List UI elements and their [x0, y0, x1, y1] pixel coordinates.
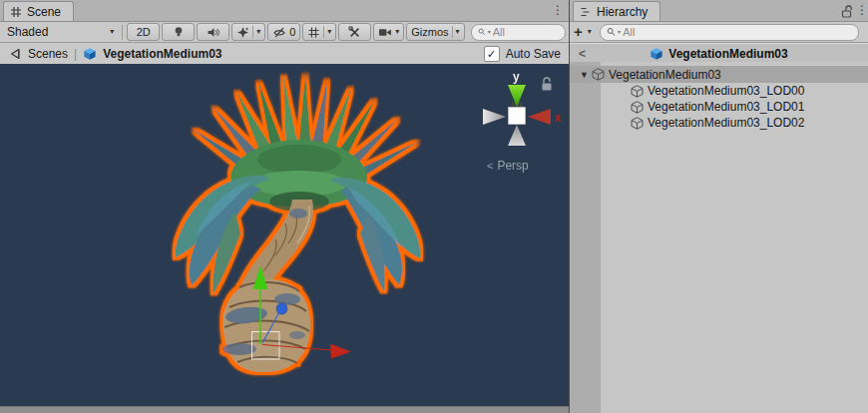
persp-marker-icon: < — [487, 160, 493, 172]
hierarchy-list-icon — [580, 6, 592, 18]
button-divider — [323, 26, 324, 38]
tree-row-lod1[interactable]: VegetationMedium03_LOD01 — [570, 99, 868, 115]
tree-row-root[interactable]: ▼ VegetationMedium03 — [570, 66, 868, 83]
auto-save-label: Auto Save — [506, 47, 561, 61]
scene-toolbar: Shaded ▾ 2D — [0, 22, 569, 43]
gameobject-cube-icon — [631, 101, 644, 114]
scene-visibility-toggle[interactable]: 0 — [267, 23, 300, 41]
hierarchy-search-input[interactable] — [623, 26, 852, 38]
breadcrumb-scenes-label[interactable]: Scenes — [28, 47, 68, 61]
tree-item-label: VegetationMedium03_LOD00 — [648, 84, 804, 98]
axis-x-label: x — [555, 111, 562, 125]
gameobject-cube-icon — [631, 117, 644, 130]
axis-x-cone[interactable] — [528, 109, 551, 125]
draw-mode-label: Shaded — [7, 25, 110, 39]
gizmos-dropdown[interactable]: Gizmos ▾ — [406, 23, 464, 41]
move-x-arrow[interactable] — [330, 344, 351, 359]
axis-gray-bottom-cone[interactable] — [508, 125, 526, 146]
breadcrumb-divider: | — [74, 47, 77, 61]
chevron-down-icon: ▾ — [327, 28, 331, 36]
chevron-down-icon: ▾ — [456, 28, 460, 36]
chevron-down-icon: ▾ — [256, 28, 260, 36]
projection-toggle[interactable]: < Persp — [487, 159, 529, 173]
gameobject-cube-icon — [631, 85, 644, 98]
tree-root-label: VegetationMedium03 — [609, 68, 721, 82]
scene-search-input[interactable] — [493, 26, 559, 38]
search-filter-caret-icon: ▾ — [488, 29, 491, 35]
speaker-icon — [207, 26, 219, 39]
search-icon — [478, 27, 486, 37]
gizmo-lock-icon[interactable] — [543, 78, 552, 91]
camera-settings-dropdown[interactable]: ▾ — [373, 23, 404, 41]
gameobject-cube-icon — [592, 68, 605, 81]
toolbar-separator — [122, 25, 123, 40]
scene-lighting-toggle[interactable] — [162, 23, 195, 41]
window-bottom-edge — [0, 406, 569, 413]
hierarchy-panel-menu-icon[interactable]: ⋮ — [856, 3, 868, 18]
tree-item-label: VegetationMedium03_LOD01 — [648, 100, 804, 114]
prefab-cube-icon — [83, 47, 97, 61]
prefab-header-title: VegetationMedium03 — [650, 47, 787, 61]
button-divider — [252, 26, 253, 38]
scene-panel-menu-icon[interactable]: ⋮ — [552, 3, 564, 18]
selected-tree-model[interactable] — [176, 74, 420, 372]
tab-hierarchy[interactable]: Hierarchy — [573, 1, 660, 21]
scene-orientation-gizmo[interactable]: y x — [483, 70, 562, 146]
tree-row-lod2[interactable]: VegetationMedium03_LOD02 — [570, 115, 868, 131]
lightbulb-icon — [173, 26, 185, 38]
create-object-caret-icon[interactable]: ▾ — [588, 28, 592, 36]
scene-breadcrumb-bar: Scenes | VegetationMedium03 ✓ Auto Save — [0, 43, 569, 65]
tab-hierarchy-label: Hierarchy — [597, 5, 648, 19]
axis-y-cone[interactable] — [508, 85, 526, 107]
grid-icon — [307, 26, 320, 39]
search-icon — [607, 27, 616, 37]
scene-panel: Scene ⋮ Shaded ▾ 2D — [0, 0, 569, 413]
chevron-down-icon: ▾ — [110, 28, 114, 36]
move-z-handle[interactable] — [276, 303, 287, 314]
projection-label: Persp — [497, 159, 528, 173]
gizmos-label: Gizmos — [411, 26, 448, 38]
scene-audio-toggle[interactable] — [197, 23, 229, 41]
prefab-cube-icon — [650, 47, 663, 61]
scene-effects-toggle[interactable]: ▾ — [231, 23, 265, 41]
scene-search-field[interactable]: ▾ — [471, 24, 566, 41]
scenes-breadcrumb-icon — [8, 47, 22, 61]
lock-open-icon[interactable] — [841, 4, 854, 18]
chevron-down-icon: ▾ — [395, 28, 399, 36]
eye-off-icon — [272, 26, 286, 39]
prefab-header-name: VegetationMedium03 — [668, 47, 787, 61]
scene-tabbar: Scene ⋮ — [0, 0, 569, 22]
exit-prefab-mode-button[interactable]: < — [579, 47, 586, 61]
tab-scene[interactable]: Scene — [3, 1, 74, 21]
hierarchy-panel: Hierarchy ⋮ + ▾ ▾ < — [569, 0, 868, 413]
tree-row-lod0[interactable]: VegetationMedium03_LOD00 — [570, 83, 868, 99]
unity-editor-window: Scene ⋮ Shaded ▾ 2D — [0, 0, 868, 413]
2d-label: 2D — [137, 26, 151, 38]
effects-star-icon — [236, 26, 249, 39]
2d-toggle-button[interactable]: 2D — [127, 23, 160, 41]
hidden-object-count: 0 — [289, 26, 295, 38]
component-tools-button[interactable] — [338, 23, 371, 41]
tools-icon — [348, 26, 361, 39]
axis-y-label: y — [513, 70, 520, 84]
axis-center-cube[interactable] — [509, 108, 526, 125]
button-divider — [452, 26, 453, 38]
breadcrumb-prefab-name[interactable]: VegetationMedium03 — [103, 47, 221, 61]
check-icon: ✓ — [487, 48, 496, 60]
hierarchy-tabbar: Hierarchy ⋮ — [570, 0, 868, 22]
scene-tab-grid-icon — [10, 6, 22, 18]
draw-mode-dropdown[interactable]: Shaded ▾ — [3, 24, 118, 41]
camera-icon — [378, 26, 392, 39]
auto-save-checkbox[interactable]: ✓ — [484, 46, 500, 62]
tree-item-label: VegetationMedium03_LOD02 — [648, 116, 804, 130]
grid-visibility-dropdown[interactable]: ▾ — [302, 23, 336, 41]
hierarchy-tree: ▼ VegetationMedium03 VegetationMedium03_… — [570, 62, 868, 413]
foldout-arrow-icon[interactable]: ▼ — [580, 70, 592, 80]
axis-gray-left-cone[interactable] — [483, 109, 506, 125]
tab-scene-label: Scene — [27, 5, 61, 19]
create-object-button[interactable]: + — [573, 25, 584, 39]
scene-render: y x — [0, 64, 569, 406]
hierarchy-toolbar: + ▾ ▾ — [570, 22, 868, 43]
hierarchy-search-field[interactable]: ▾ — [600, 24, 859, 41]
scene-viewport[interactable]: y x < Persp — [0, 64, 569, 406]
